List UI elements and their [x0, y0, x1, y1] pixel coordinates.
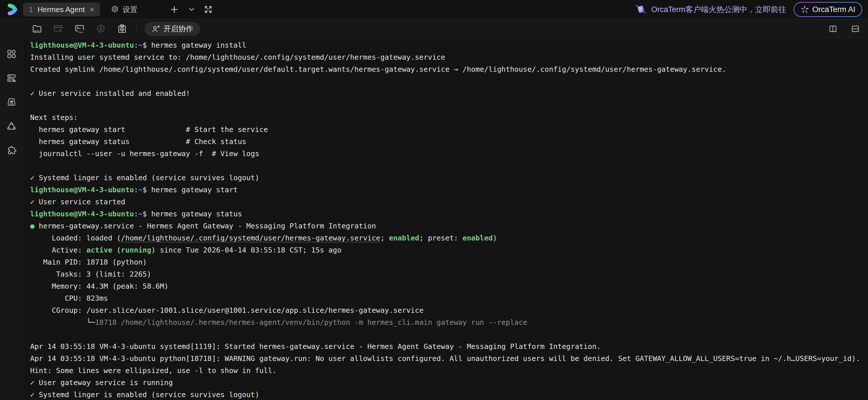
terminal-line: Next steps:: [30, 113, 78, 122]
terminal-line: Active: active (running) since Tue 2026-…: [30, 246, 342, 254]
sftp-label: SFTP: [34, 29, 39, 32]
terminal-line: CPU: 823ms: [30, 294, 108, 302]
terminal-line: Tasks: 3 (limit: 2265): [30, 270, 151, 278]
terminal-output: lighthouse@VM-4-3-ubuntu:~$ hermes gatew…: [30, 39, 861, 400]
share-network-icon[interactable]: [7, 121, 17, 131]
person-plus-icon: [151, 25, 160, 33]
terminal-line: ✓ Systemd linger is enabled (service sur…: [30, 391, 259, 399]
terminal-line: hermes gateway start # Start the service: [30, 125, 268, 134]
terminal-line: Created symlink /home/lighthouse/.config…: [30, 65, 726, 73]
tab-settings[interactable]: 设置: [111, 5, 137, 14]
orcaterm-promo-link[interactable]: OrcaTerm客户端火热公测中，立即前往: [634, 3, 786, 16]
tmux-label: Tmux: [78, 31, 83, 33]
split-horizontal-icon[interactable]: [851, 24, 860, 34]
split-vertical-icon[interactable]: [828, 24, 838, 34]
tab-title: Hermes Agent: [37, 5, 85, 14]
hexagon-bolt-icon: [95, 24, 106, 34]
promo-text: OrcaTerm客户端火热公测中，立即前往: [651, 4, 786, 14]
monitor-close-icon: [53, 24, 64, 34]
terminal-line: journalctl --user -u hermes-gateway -f #…: [30, 149, 259, 158]
tab-bar: 1 Hermes Agent × 设置: [0, 0, 868, 19]
ai-button-label: OrcaTerm AI: [812, 5, 855, 14]
tab-index: 1: [29, 5, 33, 14]
terminal-line: Main PID: 18718 (python): [30, 258, 147, 266]
tmux-terminal-icon[interactable]: Tmux: [74, 24, 85, 34]
sftp-folder-icon[interactable]: SFTP: [32, 24, 42, 34]
settings-nut-icon: [111, 5, 119, 14]
terminal-line: Apr 14 03:55:18 VM-4-3-ubuntu python[187…: [30, 354, 860, 363]
main-area: SFTP Tmux: [0, 19, 868, 400]
terminal-line: lighthouse@VM-4-3-ubuntu:~$ hermes gatew…: [30, 186, 238, 194]
terminal-line: lighthouse@VM-4-3-ubuntu:~$ hermes gatew…: [30, 41, 246, 49]
terminal-line: Installing user systemd service to: /hom…: [30, 53, 445, 61]
terminal-line: ✓ User service started: [30, 198, 125, 206]
file-link[interactable]: /home/lighthouse/.config/systemd/user/he…: [121, 234, 380, 242]
terminal-line: Hint: Some lines were ellipsized, use -l…: [30, 366, 277, 375]
terminal-line: lighthouse@VM-4-3-ubuntu:~$ hermes gatew…: [30, 210, 242, 218]
terminal-line: ✓ Systemd linger is enabled (service sur…: [30, 174, 259, 182]
settings-label: 设置: [123, 5, 137, 14]
new-tab-plus-icon[interactable]: [170, 5, 179, 14]
content-area: SFTP Tmux: [23, 19, 868, 400]
promo-gem-icon: [634, 3, 648, 16]
clipboard-record-icon[interactable]: [117, 24, 127, 34]
left-sidebar: [0, 19, 23, 400]
terminal-line: CGroup: /user.slice/user-1001.slice/user…: [30, 306, 424, 314]
close-icon[interactable]: ×: [89, 5, 94, 14]
terminal-toolbar: SFTP Tmux: [23, 19, 868, 39]
toolbar-divider: [136, 25, 136, 33]
start-collaboration-button[interactable]: 开启协作: [145, 22, 200, 36]
terminal-viewport[interactable]: lighthouse@VM-4-3-ubuntu:~$ hermes gatew…: [23, 39, 868, 400]
fullscreen-icon[interactable]: [204, 5, 213, 14]
split-controls: [828, 24, 860, 34]
collab-label: 开启协作: [163, 24, 193, 34]
ai-pinwheel-icon: [801, 5, 809, 14]
app-logo-icon: [6, 3, 19, 16]
terminal-line: ✓ User gateway service is running: [30, 378, 173, 387]
terminal-line: Memory: 44.3M (peak: 58.6M): [30, 282, 168, 290]
terminal-line: Loaded: loaded (/home/lighthouse/.config…: [30, 234, 497, 242]
terminal-line: ✓ User service installed and enabled!: [30, 89, 190, 98]
terminal-line: hermes gateway status # Check status: [30, 137, 246, 146]
chevron-down-icon[interactable]: [188, 5, 195, 13]
tab-hermes-agent[interactable]: 1 Hermes Agent ×: [23, 3, 100, 16]
puzzle-icon[interactable]: [7, 145, 17, 155]
terminal-line: Apr 14 03:55:18 VM-4-3-ubuntu systemd[11…: [30, 342, 601, 351]
server-list-icon[interactable]: [7, 73, 17, 83]
orcaterm-ai-button[interactable]: OrcaTerm AI: [794, 2, 862, 17]
storage-drive-icon[interactable]: [7, 97, 17, 107]
apps-grid-icon[interactable]: [7, 49, 17, 59]
terminal-line: ● hermes-gateway.service - Hermes Agent …: [30, 222, 376, 230]
terminal-line: └─18718 /home/lighthouse/.hermes/hermes-…: [30, 318, 527, 327]
